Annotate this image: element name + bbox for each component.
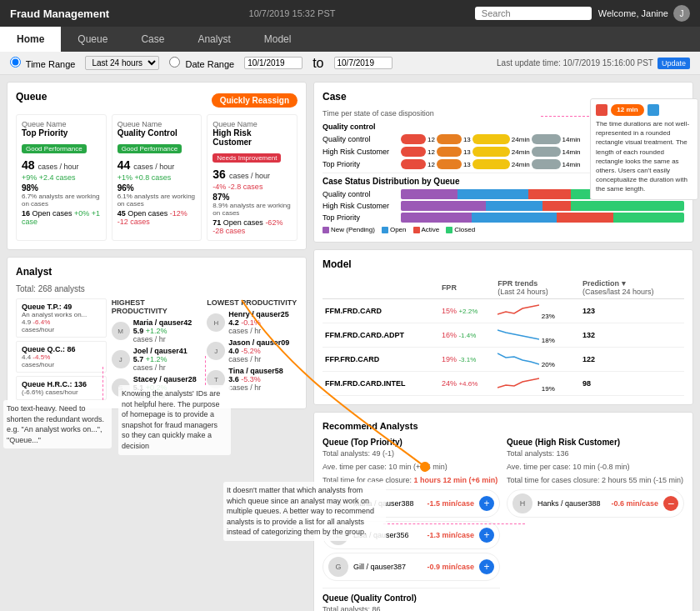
mini-bar-red (401, 134, 426, 144)
avatar: J (673, 5, 690, 22)
status-row-hrc: High Risk Customer (322, 201, 684, 211)
sparkline-1 (498, 302, 539, 318)
date-range-label: Date Range (169, 57, 234, 69)
avatar: J (112, 350, 130, 368)
analyst-queue-list: Queue T.P.: 49 An analyst works on... 4.… (16, 298, 107, 400)
toolbar-right: Last update time: 10/7/2019 15:16:00 PST… (497, 58, 690, 69)
sparkline-4 (498, 374, 539, 391)
nav-case[interactable]: Case (124, 27, 181, 52)
annotation-right: 12 min The time durations are not well-r… (590, 98, 698, 200)
model-row: FFP.FRD.CARD 19% -3.1% 20% 122 (322, 348, 684, 372)
analyst-total: Total: 268 analysts (16, 284, 298, 293)
date-to-input[interactable] (334, 57, 392, 69)
avatar: M (112, 322, 130, 340)
queue-card: Queue Quickly Reassign Queue Name Top Pr… (7, 82, 307, 250)
queue-item-quality-control: Queue Name Quality Control Good Performa… (112, 114, 202, 241)
nav-analyst[interactable]: Analyst (181, 27, 247, 52)
mini-bar-yellow (472, 134, 510, 144)
time-range-radio[interactable] (10, 57, 21, 68)
seg-active (528, 189, 571, 199)
sparkline-3 (498, 350, 539, 367)
update-button[interactable]: Update (658, 58, 690, 69)
avatar: G (328, 557, 348, 577)
date-range-radio[interactable] (169, 57, 180, 68)
annotation-right-text: The time durations are not well-represen… (596, 119, 692, 194)
case-legend: New (Pending) Open Active Closed (322, 226, 684, 233)
model-table: FPR FPR trends(Last 24 hours) Prediction… (322, 277, 684, 396)
avatar: H (207, 313, 225, 332)
rec-analyst-hanks: H Hanks / qauser388 -0.6 min/case − (507, 489, 684, 518)
queue-item-top-priority: Queue Name Top Priority Good Performance… (16, 114, 107, 241)
list-item: J Jason / qauser09 4.0 -5.2% cases / hr (207, 338, 298, 363)
search-input[interactable] (475, 7, 592, 20)
model-row: FFM.FRD.CARD 15% +2.2% 23% 123 (322, 299, 684, 323)
model-title: Model (322, 258, 684, 270)
nav-queue[interactable]: Queue (61, 27, 124, 52)
remove-analyst-hanks-button[interactable]: − (663, 496, 678, 511)
status-row-tp: Top Priority (322, 213, 684, 223)
datetime: 10/7/2019 15:32 PST (249, 8, 336, 18)
time-range-select[interactable]: Last 24 hours (85, 56, 159, 70)
avatar: J (207, 342, 225, 360)
list-item: J Joel / qauser41 5.7 +1.2% cases / hr (112, 347, 202, 372)
rec-analyst-gill: G Gill / qauser387 -0.9 min/case + (322, 553, 500, 581)
main-nav: Home Queue Case Analyst Model (0, 27, 700, 52)
app-title: Fraud Management (10, 8, 109, 20)
queue-badge-hrc: Needs Improvement (212, 153, 281, 163)
nav-home[interactable]: Home (0, 27, 61, 52)
mini-bar-orange (437, 134, 462, 144)
list-item: M Maria / qauser42 5.9 +1.2% cases / hr (112, 318, 202, 343)
avatar: H (512, 493, 532, 513)
toolbar: Time Range Last 24 hours Date Range to L… (0, 52, 700, 75)
quick-reassign-button[interactable]: Quickly Reassign (212, 93, 298, 108)
analyst-queue-hrc: Queue H.R.C.: 136 (-6.6%) cases/hour (16, 376, 107, 400)
annotation-bottom-mid: Knowing the analysts' IDs are not helpfu… (118, 385, 231, 455)
seg-new (401, 189, 458, 199)
date-from-input[interactable] (244, 57, 302, 69)
recommend-title: Recommend Analysts (322, 421, 684, 431)
queue-title: Queue (16, 91, 47, 103)
recommend-queue-hrc: Queue (High Risk Customer) Total analyst… (507, 438, 684, 611)
queue-badge-top: Good Performance (22, 144, 87, 153)
queue-grid: Queue Name Top Priority Good Performance… (16, 114, 298, 241)
nav-model[interactable]: Model (248, 27, 308, 52)
sparkline-2 (498, 326, 539, 343)
list-item: H Henry / qauser25 4.2 -0.1% cases / hr (207, 310, 298, 335)
queue-badge-qc: Good Performance (118, 144, 182, 153)
annotation-bottom-mid2: It doesn't matter that which analysts fr… (223, 482, 386, 541)
seg-open (458, 189, 528, 199)
app-header: Fraud Management 10/7/2019 15:32 PST Wel… (0, 0, 700, 27)
model-row: FFM.FRD.CARD.ADPT 16% -1.4% 18% 132 (322, 323, 684, 348)
add-analyst-maria-button[interactable]: + (479, 496, 494, 511)
annotation-bottom-left: Too text-heavy. Need to shorten the redu… (3, 400, 112, 448)
analyst-title: Analyst (16, 266, 298, 278)
mini-bar-gray (532, 134, 561, 144)
queue-item-high-risk: Queue Name High Risk Customer Needs Impr… (207, 114, 298, 241)
model-card: Model FPR FPR trends(Last 24 hours) Pred… (313, 249, 693, 405)
analyst-queue-tp: Queue T.P.: 49 An analyst works on... 4.… (16, 298, 107, 338)
welcome-text: Welcome, Janine J (598, 5, 690, 22)
add-analyst-lisa-button[interactable]: + (479, 528, 494, 543)
model-row: FFM.FRD.CARD.INTEL 24% +4.6% 19% 98 (322, 372, 684, 396)
time-range-label: Time Range (10, 57, 75, 69)
add-analyst-gill-button[interactable]: + (479, 559, 494, 574)
analyst-queue-qc: Queue Q.C.: 86 4.4 -4.5% cases/hour (16, 341, 107, 373)
